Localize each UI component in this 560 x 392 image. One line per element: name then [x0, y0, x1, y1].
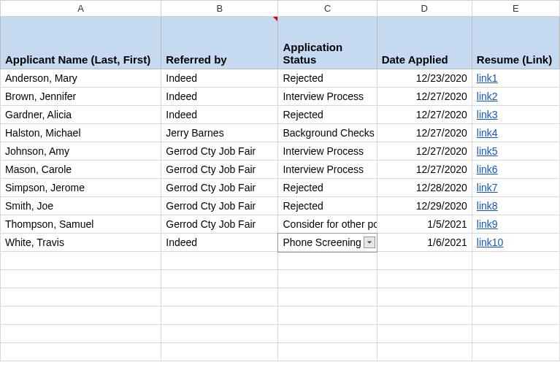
cell-resume[interactable]: link8	[472, 197, 559, 215]
empty-cell[interactable]	[377, 307, 472, 325]
cell-referred[interactable]: Gerrod Cty Job Fair	[161, 215, 278, 234]
resume-link[interactable]: link10	[477, 237, 504, 248]
cell-name[interactable]: Smith, Joe	[1, 197, 161, 215]
cell-date[interactable]: 12/29/2020	[377, 197, 472, 215]
empty-cell[interactable]	[278, 325, 377, 343]
empty-cell[interactable]	[278, 270, 377, 288]
header-referred[interactable]: Referred by	[161, 17, 278, 69]
empty-cell[interactable]	[1, 343, 161, 361]
resume-link[interactable]: link3	[477, 109, 498, 120]
cell-referred[interactable]: Gerrod Cty Job Fair	[161, 197, 278, 215]
empty-cell[interactable]	[1, 288, 161, 307]
cell-referred[interactable]: Indeed	[161, 234, 278, 252]
cell-date[interactable]: 12/27/2020	[377, 161, 472, 179]
cell-name[interactable]: Simpson, Jerome	[1, 179, 161, 197]
header-status[interactable]: Application Status	[278, 17, 377, 69]
empty-cell[interactable]	[278, 288, 377, 307]
cell-resume[interactable]: link1	[472, 69, 559, 88]
cell-referred[interactable]: Jerry Barnes	[161, 124, 278, 142]
empty-cell[interactable]	[472, 270, 559, 288]
cell-status[interactable]: Rejected	[278, 106, 377, 124]
cell-referred[interactable]: Indeed	[161, 69, 278, 88]
cell-referred[interactable]: Indeed	[161, 88, 278, 106]
cell-status[interactable]: Consider for other positions	[278, 215, 377, 234]
resume-link[interactable]: link4	[477, 127, 498, 139]
cell-referred[interactable]: Gerrod Cty Job Fair	[161, 161, 278, 179]
cell-date[interactable]: 12/27/2020	[377, 142, 472, 161]
cell-status[interactable]: Background Checks	[278, 124, 377, 142]
cell-date[interactable]: 12/27/2020	[377, 106, 472, 124]
resume-link[interactable]: link1	[477, 72, 498, 84]
header-date[interactable]: Date Applied	[377, 17, 472, 69]
cell-name[interactable]: Johnson, Amy	[1, 142, 161, 161]
empty-cell[interactable]	[377, 288, 472, 307]
cell-name[interactable]: Mason, Carole	[1, 161, 161, 179]
cell-resume[interactable]: link5	[472, 142, 559, 161]
cell-resume[interactable]: link6	[472, 161, 559, 179]
resume-link[interactable]: link9	[477, 218, 498, 230]
dropdown-list[interactable]: NewRejectedHiredPhone ScreeningInterview…	[278, 251, 377, 252]
empty-cell[interactable]	[377, 270, 472, 288]
cell-resume[interactable]: link2	[472, 88, 559, 106]
col-letter-c[interactable]: C	[278, 1, 377, 17]
dropdown-arrow-icon[interactable]	[364, 237, 375, 248]
empty-cell[interactable]	[161, 288, 278, 307]
empty-cell[interactable]	[377, 343, 472, 361]
empty-cell[interactable]	[278, 343, 377, 361]
cell-name[interactable]: White, Travis	[1, 234, 161, 252]
resume-link[interactable]: link7	[477, 182, 498, 193]
empty-cell[interactable]	[161, 252, 278, 270]
cell-referred[interactable]: Gerrod Cty Job Fair	[161, 142, 278, 161]
header-resume[interactable]: Resume (Link)	[472, 17, 559, 69]
header-name[interactable]: Applicant Name (Last, First)	[1, 17, 161, 69]
empty-cell[interactable]	[472, 288, 559, 307]
col-letter-e[interactable]: E	[472, 1, 559, 17]
cell-status[interactable]: Rejected	[278, 197, 377, 215]
empty-cell[interactable]	[1, 325, 161, 343]
empty-cell[interactable]	[278, 252, 377, 270]
cell-status[interactable]: Interview Process	[278, 142, 377, 161]
cell-referred[interactable]: Indeed	[161, 106, 278, 124]
col-letter-a[interactable]: A	[1, 1, 161, 17]
resume-link[interactable]: link2	[477, 91, 498, 102]
cell-date[interactable]: 12/23/2020	[377, 69, 472, 88]
cell-status[interactable]: Interview Process	[278, 161, 377, 179]
comment-indicator-icon[interactable]	[273, 17, 277, 21]
cell-date[interactable]: 1/6/2021	[377, 234, 472, 252]
empty-cell[interactable]	[472, 325, 559, 343]
cell-resume[interactable]: link3	[472, 106, 559, 124]
cell-resume[interactable]: link7	[472, 179, 559, 197]
cell-status[interactable]: Interview Process	[278, 88, 377, 106]
resume-link[interactable]: link8	[477, 200, 498, 212]
cell-date[interactable]: 1/5/2021	[377, 215, 472, 234]
empty-cell[interactable]	[472, 343, 559, 361]
cell-resume[interactable]: link4	[472, 124, 559, 142]
col-letter-d[interactable]: D	[377, 1, 472, 17]
empty-cell[interactable]	[1, 307, 161, 325]
empty-cell[interactable]	[377, 325, 472, 343]
cell-name[interactable]: Halston, Michael	[1, 124, 161, 142]
cell-date[interactable]: 12/27/2020	[377, 88, 472, 106]
empty-cell[interactable]	[161, 270, 278, 288]
col-letter-b[interactable]: B	[161, 1, 278, 17]
empty-cell[interactable]	[472, 307, 559, 325]
cell-resume[interactable]: link9	[472, 215, 559, 234]
cell-name[interactable]: Gardner, Alicia	[1, 106, 161, 124]
cell-name[interactable]: Thompson, Samuel	[1, 215, 161, 234]
cell-name[interactable]: Anderson, Mary	[1, 69, 161, 88]
empty-cell[interactable]	[161, 343, 278, 361]
cell-date[interactable]: 12/27/2020	[377, 124, 472, 142]
cell-resume[interactable]: link10	[472, 234, 559, 252]
cell-name[interactable]: Brown, Jennifer	[1, 88, 161, 106]
resume-link[interactable]: link6	[477, 164, 498, 175]
cell-status[interactable]: Rejected	[278, 69, 377, 88]
cell-date[interactable]: 12/28/2020	[377, 179, 472, 197]
empty-cell[interactable]	[161, 325, 278, 343]
empty-cell[interactable]	[161, 307, 278, 325]
cell-status[interactable]: Rejected	[278, 179, 377, 197]
empty-cell[interactable]	[278, 307, 377, 325]
cell-status[interactable]: Phone ScreeningNewRejectedHiredPhone Scr…	[278, 234, 377, 252]
empty-cell[interactable]	[472, 252, 559, 270]
empty-cell[interactable]	[1, 252, 161, 270]
empty-cell[interactable]	[1, 270, 161, 288]
